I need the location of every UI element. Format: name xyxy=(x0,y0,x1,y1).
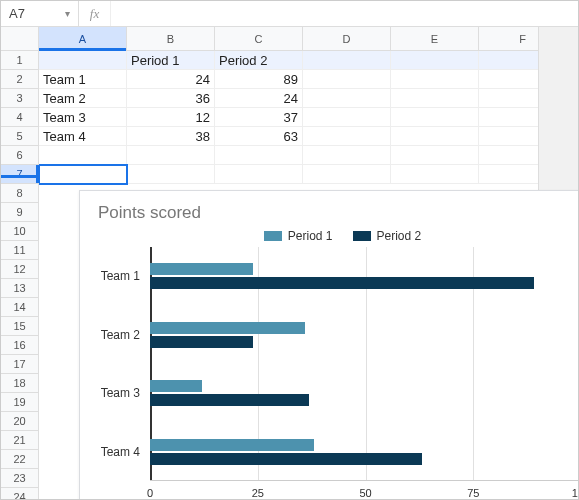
fx-icon: fx xyxy=(79,1,111,26)
row-header[interactable]: 12 xyxy=(1,260,38,279)
cell[interactable]: 89 xyxy=(215,70,303,89)
cell[interactable] xyxy=(391,70,479,89)
row-header[interactable]: 9 xyxy=(1,203,38,222)
chart-legend: Period 1 Period 2 xyxy=(94,229,578,243)
cell[interactable]: Team 3 xyxy=(39,108,127,127)
cell[interactable]: Period 2 xyxy=(215,51,303,70)
cell[interactable]: 38 xyxy=(127,127,215,146)
row-header[interactable]: 2 xyxy=(1,70,38,89)
row-header[interactable]: 6 xyxy=(1,146,38,165)
chart-bar xyxy=(150,453,422,465)
bar-group xyxy=(150,439,422,465)
row-header[interactable]: 10 xyxy=(1,222,38,241)
row-header[interactable]: 19 xyxy=(1,393,38,412)
spreadsheet-grid: 1 2 3 4 5 6 7 8 9 10 11 12 13 14 15 16 1… xyxy=(1,27,578,499)
cell[interactable] xyxy=(127,146,215,165)
cell[interactable] xyxy=(303,89,391,108)
category-label: Team 4 xyxy=(90,445,140,459)
name-box-value: A7 xyxy=(9,6,25,21)
row-header[interactable]: 20 xyxy=(1,412,38,431)
chart-bar xyxy=(150,336,253,348)
column-headers: A B C D E F xyxy=(39,27,578,51)
formula-input[interactable] xyxy=(111,1,578,26)
chart-bar xyxy=(150,263,253,275)
row-header[interactable]: 14 xyxy=(1,298,38,317)
legend-label: Period 1 xyxy=(288,229,333,243)
chart-plot-area: 0255075100Team 1Team 2Team 3Team 4 xyxy=(150,247,578,499)
row-header[interactable]: 4 xyxy=(1,108,38,127)
bar-group xyxy=(150,380,309,406)
column-header[interactable]: A xyxy=(39,27,127,50)
cell[interactable]: Team 4 xyxy=(39,127,127,146)
row-header[interactable]: 17 xyxy=(1,355,38,374)
active-cell[interactable] xyxy=(39,165,127,184)
cell[interactable]: Period 1 xyxy=(127,51,215,70)
bar-group xyxy=(150,263,534,289)
row-header[interactable]: 18 xyxy=(1,374,38,393)
cell[interactable] xyxy=(391,108,479,127)
cell[interactable] xyxy=(303,108,391,127)
column-header[interactable]: B xyxy=(127,27,215,50)
cell[interactable] xyxy=(391,165,479,184)
legend-swatch-icon xyxy=(264,231,282,241)
category-label: Team 1 xyxy=(90,269,140,283)
cell[interactable] xyxy=(127,165,215,184)
cell[interactable] xyxy=(303,165,391,184)
cell[interactable]: 12 xyxy=(127,108,215,127)
cell[interactable] xyxy=(303,51,391,70)
chart-bar xyxy=(150,380,202,392)
row-header[interactable]: 22 xyxy=(1,450,38,469)
bar-group xyxy=(150,322,305,348)
legend-item: Period 2 xyxy=(353,229,422,243)
row-header[interactable]: 15 xyxy=(1,317,38,336)
row-header[interactable]: 5 xyxy=(1,127,38,146)
row-header[interactable]: 11 xyxy=(1,241,38,260)
row-header[interactable]: 3 xyxy=(1,89,38,108)
name-box[interactable]: A7 ▾ xyxy=(1,1,79,26)
cell[interactable]: 24 xyxy=(127,70,215,89)
column-header[interactable]: C xyxy=(215,27,303,50)
cells-area[interactable]: Period 1 Period 2 Team 1 24 89 Team 2 36… xyxy=(39,51,578,184)
x-tick-label: 75 xyxy=(467,487,479,499)
cell[interactable] xyxy=(303,127,391,146)
chevron-down-icon[interactable]: ▾ xyxy=(65,8,70,19)
row-header[interactable]: 13 xyxy=(1,279,38,298)
cell[interactable]: 36 xyxy=(127,89,215,108)
cell[interactable] xyxy=(303,70,391,89)
chart-bar xyxy=(150,322,305,334)
chart-title: Points scored xyxy=(98,203,578,223)
row-header[interactable]: 8 xyxy=(1,184,38,203)
cell[interactable]: Team 2 xyxy=(39,89,127,108)
sheet-tab-indicator xyxy=(1,175,39,178)
x-tick-label: 0 xyxy=(147,487,153,499)
cell[interactable]: 24 xyxy=(215,89,303,108)
chart-bar xyxy=(150,277,534,289)
legend-label: Period 2 xyxy=(377,229,422,243)
chart[interactable]: Points scored Period 1 Period 2 02550751… xyxy=(79,190,578,499)
cell[interactable] xyxy=(391,127,479,146)
cell[interactable] xyxy=(215,165,303,184)
row-headers: 1 2 3 4 5 6 7 8 9 10 11 12 13 14 15 16 1… xyxy=(1,27,39,499)
row-header[interactable]: 23 xyxy=(1,469,38,488)
cell[interactable] xyxy=(391,146,479,165)
column-header[interactable]: D xyxy=(303,27,391,50)
column-header[interactable]: E xyxy=(391,27,479,50)
cell[interactable] xyxy=(391,51,479,70)
cell[interactable]: 37 xyxy=(215,108,303,127)
chart-bar xyxy=(150,439,314,451)
cell[interactable] xyxy=(39,146,127,165)
select-all-corner[interactable] xyxy=(1,27,38,51)
row-header[interactable]: 24 xyxy=(1,488,38,500)
row-header[interactable]: 1 xyxy=(1,51,38,70)
cell[interactable] xyxy=(391,89,479,108)
cell[interactable]: 63 xyxy=(215,127,303,146)
row-header[interactable]: 21 xyxy=(1,431,38,450)
cell[interactable] xyxy=(39,51,127,70)
cell[interactable]: Team 1 xyxy=(39,70,127,89)
x-axis xyxy=(150,480,578,481)
row-header[interactable]: 16 xyxy=(1,336,38,355)
x-tick-label: 50 xyxy=(359,487,371,499)
cell[interactable] xyxy=(215,146,303,165)
chart-bar xyxy=(150,394,309,406)
cell[interactable] xyxy=(303,146,391,165)
